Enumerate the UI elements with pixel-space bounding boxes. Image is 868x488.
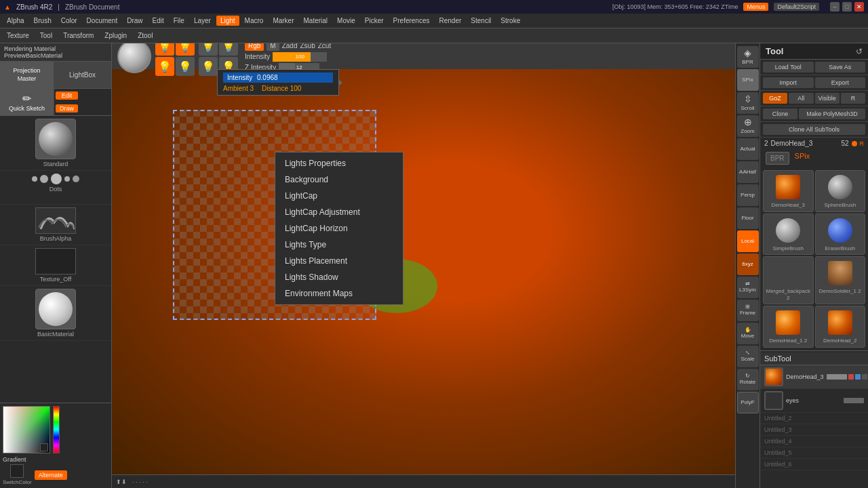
lightbox-button[interactable]: LightBox — [54, 62, 111, 88]
light-btn-7[interactable]: 💡 — [199, 57, 218, 76]
color-gradient-picker[interactable] — [3, 406, 50, 453]
m-button[interactable]: M — [267, 43, 279, 51]
menu-item-stencil[interactable]: Stencil — [467, 16, 495, 26]
alternate-button[interactable]: Alternate — [35, 470, 67, 480]
eyes-slider[interactable] — [844, 398, 864, 403]
light-btn-3[interactable]: 💡 — [155, 57, 174, 76]
subtool-demohead3[interactable]: DemoHead_3 — [760, 365, 868, 389]
toolbar2-tool[interactable]: Tool — [36, 30, 56, 41]
thumb-demohead1[interactable]: DemoHead_1 2 — [763, 306, 814, 348]
make-polymesh-button[interactable]: Make PolyMesh3D — [799, 108, 865, 119]
toolbar2-texture[interactable]: Texture — [3, 30, 33, 41]
subtool-untitled3[interactable]: Untitled_3 — [760, 424, 868, 436]
menu-item-marker[interactable]: Marker — [269, 16, 298, 26]
edit-button[interactable]: Edit — [56, 92, 78, 100]
menu-item-color[interactable]: Color — [57, 16, 81, 26]
rotate-button[interactable]: ↻ Rotate — [737, 369, 759, 390]
light-btn-1[interactable]: 💡 — [155, 43, 174, 56]
subtool-untitled4[interactable]: Untitled_4 — [760, 436, 868, 447]
projection-master-button[interactable]: Projection Master — [0, 62, 54, 88]
subtool-untitled5[interactable]: Untitled_5 — [760, 447, 868, 459]
minimize-button[interactable]: – — [830, 2, 840, 12]
subtool-untitled6[interactable]: Untitled_6 — [760, 459, 868, 470]
menu-item-layer[interactable]: Layer — [190, 16, 215, 26]
subtool-dot-gray[interactable] — [862, 374, 867, 380]
light-menu-item-2[interactable]: LightCap — [275, 188, 403, 204]
menu-item-material[interactable]: Material — [300, 16, 332, 26]
polyf-button[interactable]: PolyF — [737, 392, 759, 413]
toolbar2-ztool[interactable]: Ztool — [134, 30, 157, 41]
subtool-slider1[interactable] — [827, 374, 847, 380]
6xyz-button[interactable]: 6xyz — [737, 253, 759, 275]
frame-button[interactable]: ⊞ Frame — [737, 300, 759, 321]
viewport[interactable] — [112, 69, 735, 474]
bpr-button[interactable]: ◈ BPR — [737, 46, 759, 68]
light-menu-item-0[interactable]: Lights Properties — [275, 155, 403, 171]
clone-button[interactable]: Clone — [763, 108, 797, 119]
menu-item-brush[interactable]: Brush — [30, 16, 56, 26]
load-tool-button[interactable]: Load Tool — [763, 62, 814, 73]
toolbar2-transform[interactable]: Transform — [59, 30, 98, 41]
texture-off-item[interactable]: Texture_Off — [0, 245, 111, 286]
demo-head-dot[interactable] — [852, 141, 857, 146]
r-button[interactable]: R — [841, 93, 865, 104]
menu-item-file[interactable]: File — [170, 16, 189, 26]
quick-sketch-button[interactable]: ✏ Quick Sketch — [0, 89, 54, 115]
thumb-eraserbrush[interactable]: EraserBrush — [815, 214, 866, 256]
aahalf-button[interactable]: AAHalf — [737, 161, 759, 183]
all-button[interactable]: All — [789, 93, 813, 104]
move-button[interactable]: ✋ Move — [737, 323, 759, 344]
subtool-eyes[interactable]: eyes — [760, 389, 868, 413]
subtool-untitled2[interactable]: Untitled_2 — [760, 413, 868, 424]
light-menu-item-5[interactable]: Lights Type — [275, 237, 403, 253]
clone-all-button[interactable]: Clone All SubTools — [763, 124, 865, 135]
intensity-bar[interactable]: Intensity 0.0968 — [223, 73, 333, 83]
goz-button[interactable]: GoZ — [763, 93, 787, 104]
rgb-button[interactable]: Rgb — [245, 43, 264, 51]
brush-alpha-item[interactable]: BrushAlpha — [0, 205, 111, 245]
light-menu-item-6[interactable]: Lights Placement — [275, 253, 403, 269]
light-btn-5[interactable]: 💡 — [199, 43, 218, 56]
light-menu-item-4[interactable]: LightCap Horizon — [275, 220, 403, 237]
material-preview-sphere[interactable] — [117, 43, 151, 73]
menu-item-render[interactable]: Render — [435, 16, 466, 26]
local-button[interactable]: Local — [737, 230, 759, 252]
persp-button[interactable]: Persp — [737, 184, 759, 206]
menu-item-alpha[interactable]: Alpha — [3, 16, 28, 26]
subtool-dot-blue[interactable] — [855, 374, 861, 380]
close-button[interactable]: ✕ — [854, 2, 864, 12]
tool-refresh-button[interactable]: ↺ — [856, 47, 863, 56]
hue-strip[interactable] — [53, 406, 60, 453]
menus-btn[interactable]: Menus — [743, 3, 768, 11]
import-button[interactable]: Import — [763, 77, 814, 88]
scroll-button[interactable]: ⇳ Scroll — [737, 92, 759, 114]
thumb-demosoldier[interactable]: DemoSoldier_1 2 — [815, 256, 866, 304]
save-as-button[interactable]: Save As — [815, 62, 866, 73]
export-button[interactable]: Export — [815, 77, 866, 88]
draw-button[interactable]: Draw — [56, 104, 78, 113]
menu-item-preferences[interactable]: Preferences — [389, 16, 434, 26]
light-menu-item-3[interactable]: LightCap Adjustment — [275, 204, 403, 220]
r2-label[interactable]: R — [860, 140, 865, 147]
default-script-btn[interactable]: Default2Script — [774, 3, 819, 11]
menu-item-edit[interactable]: Edit — [149, 16, 168, 26]
spix-button[interactable]: SPix — [737, 69, 759, 91]
maximize-button[interactable]: □ — [842, 2, 852, 12]
spix-tool-label[interactable]: SPix — [793, 150, 812, 166]
visible-button[interactable]: Visible — [815, 93, 840, 104]
light-btn-6[interactable]: 💡 — [219, 43, 238, 56]
subtool-header[interactable]: SubTool — [760, 352, 868, 365]
menu-item-stroke[interactable]: Stroke — [496, 16, 524, 26]
dots-brush-item[interactable]: Dots — [0, 171, 111, 205]
scale-button[interactable]: ⤡ Scale — [737, 346, 759, 367]
menu-item-movie[interactable]: Movie — [333, 16, 359, 26]
floor-button[interactable]: Floor — [737, 207, 759, 229]
light-menu-item-1[interactable]: Background — [275, 171, 403, 188]
subtool-dot-red[interactable] — [848, 374, 854, 380]
l3sym-button[interactable]: ⇄ L3Sym — [737, 277, 759, 298]
light-btn-2[interactable]: 💡 — [176, 43, 195, 56]
zoom-button[interactable]: ⊕ Zoom — [737, 115, 759, 137]
thumb-merged-backpack[interactable]: Merged_backpack 2 — [763, 256, 814, 304]
actual-button[interactable]: Actual — [737, 138, 759, 160]
thumb-simplebrush[interactable]: SimpleBrush — [763, 214, 814, 256]
